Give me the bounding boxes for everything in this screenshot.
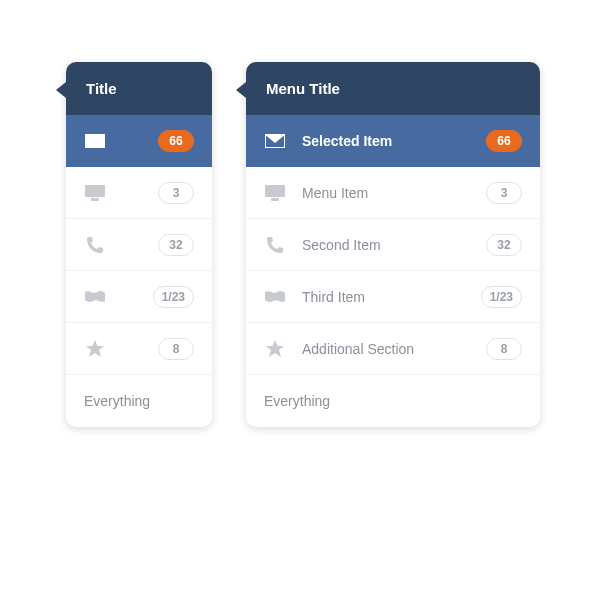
mail-icon — [84, 134, 106, 148]
svg-rect-0 — [85, 185, 105, 197]
menu-panel-expanded: Menu Title Selected Item 66 Menu Item 3 … — [246, 62, 540, 427]
svg-rect-2 — [265, 185, 285, 197]
menu-item-everything[interactable]: Everything — [246, 375, 540, 427]
flag-icon — [84, 290, 106, 304]
panel-title: Title — [86, 80, 117, 97]
badge-count: 1/23 — [153, 286, 194, 308]
menu-item-phone[interactable]: Second Item 32 — [246, 219, 540, 271]
menu-item-mail[interactable]: 66 — [66, 115, 212, 167]
badge-count: 1/23 — [481, 286, 522, 308]
menu-item-monitor[interactable]: Menu Item 3 — [246, 167, 540, 219]
footer-label: Everything — [264, 393, 522, 409]
badge-count: 8 — [486, 338, 522, 360]
badge-count: 32 — [158, 234, 194, 256]
menu-item-label: Additional Section — [302, 341, 486, 357]
monitor-icon — [264, 185, 286, 201]
panel-header: Menu Title — [246, 62, 540, 115]
menu-item-label: Selected Item — [302, 133, 486, 149]
badge-count: 8 — [158, 338, 194, 360]
panel-header: Title — [66, 62, 212, 115]
phone-icon — [84, 236, 106, 254]
menu-item-mail[interactable]: Selected Item 66 — [246, 115, 540, 167]
badge-count: 66 — [486, 130, 522, 152]
footer-label: Everything — [84, 393, 194, 409]
phone-icon — [264, 236, 286, 254]
mail-icon — [264, 134, 286, 148]
menu-item-monitor[interactable]: 3 — [66, 167, 212, 219]
panel-title: Menu Title — [266, 80, 340, 97]
menu-item-flag[interactable]: 1/23 — [66, 271, 212, 323]
badge-count: 3 — [486, 182, 522, 204]
badge-count: 3 — [158, 182, 194, 204]
menu-item-star[interactable]: Additional Section 8 — [246, 323, 540, 375]
star-icon — [264, 340, 286, 358]
menu-item-flag[interactable]: Third Item 1/23 — [246, 271, 540, 323]
menu-panel-compact: Title 66 3 32 1/23 8 Eve — [66, 62, 212, 427]
menu-item-star[interactable]: 8 — [66, 323, 212, 375]
svg-rect-3 — [271, 198, 279, 201]
menu-item-label: Second Item — [302, 237, 486, 253]
star-icon — [84, 340, 106, 358]
svg-rect-1 — [91, 198, 99, 201]
badge-count: 66 — [158, 130, 194, 152]
menu-item-label: Third Item — [302, 289, 481, 305]
menu-item-everything[interactable]: Everything — [66, 375, 212, 427]
menu-item-phone[interactable]: 32 — [66, 219, 212, 271]
flag-icon — [264, 290, 286, 304]
menu-item-label: Menu Item — [302, 185, 486, 201]
badge-count: 32 — [486, 234, 522, 256]
monitor-icon — [84, 185, 106, 201]
